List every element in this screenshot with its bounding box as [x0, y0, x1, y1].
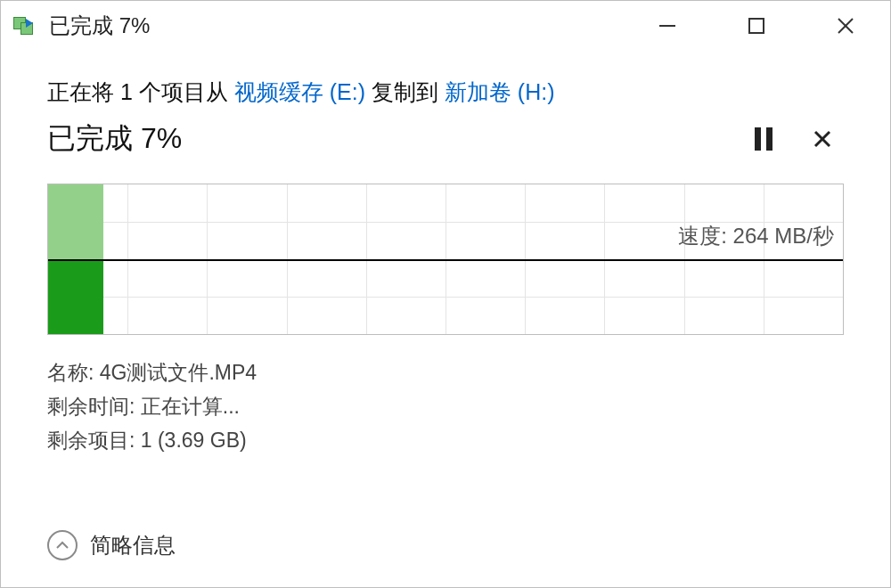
titlebar: 已完成 7%: [1, 1, 890, 51]
maximize-button[interactable]: [712, 1, 801, 51]
progress-row: 已完成 7%: [47, 118, 844, 160]
copy-description: 正在将 1 个项目从 视频缓存 (E:) 复制到 新加卷 (H:): [47, 78, 844, 107]
detail-items-label: 剩余项目:: [47, 429, 141, 452]
close-window-button[interactable]: [801, 1, 890, 51]
chevron-up-icon: [55, 538, 69, 552]
copy-dialog-window: 已完成 7% 正在将 1 个项目从 视频缓存 (E:) 复制到 新加卷 (H:)…: [0, 0, 891, 588]
dialog-body: 正在将 1 个项目从 视频缓存 (E:) 复制到 新加卷 (H:) 已完成 7%: [1, 51, 890, 519]
detail-time-row: 剩余时间: 正在计算...: [47, 390, 844, 424]
detail-items-value: 1 (3.69 GB): [141, 429, 247, 452]
detail-time-label: 剩余时间:: [47, 395, 141, 418]
details-block: 名称: 4G测试文件.MP4 剩余时间: 正在计算... 剩余项目: 1 (3.…: [47, 356, 844, 458]
copy-prefix: 正在将 1 个项目从: [47, 79, 234, 104]
close-icon: [813, 129, 832, 149]
graph-fill-upper: [48, 184, 103, 259]
progress-label: 已完成 7%: [47, 119, 726, 159]
detail-items-row: 剩余项目: 1 (3.69 GB): [47, 424, 844, 458]
pause-icon: [755, 127, 761, 151]
dest-link[interactable]: 新加卷 (H:): [445, 79, 555, 104]
pause-icon: [766, 127, 772, 151]
window-controls: [623, 1, 890, 51]
pause-button[interactable]: [742, 118, 785, 160]
collapse-label[interactable]: 简略信息: [90, 531, 176, 559]
source-link[interactable]: 视频缓存 (E:): [234, 79, 365, 104]
footer: 简略信息: [1, 519, 890, 587]
graph-speed-line: [48, 259, 843, 261]
minimize-button[interactable]: [623, 1, 712, 51]
svg-rect-1: [749, 19, 764, 33]
window-title: 已完成 7%: [49, 12, 623, 40]
copy-middle: 复制到: [365, 79, 445, 104]
detail-name-row: 名称: 4G测试文件.MP4: [47, 356, 844, 390]
speed-label: 速度: 264 MB/秒: [678, 222, 834, 250]
detail-name-value: 4G测试文件.MP4: [100, 361, 257, 384]
speed-graph: 速度: 264 MB/秒: [47, 184, 844, 335]
detail-time-value: 正在计算...: [141, 395, 240, 418]
detail-name-label: 名称:: [47, 361, 100, 384]
copy-icon: [13, 17, 38, 35]
cancel-button[interactable]: [801, 118, 844, 160]
graph-fill-lower: [48, 259, 103, 334]
collapse-toggle[interactable]: [47, 530, 78, 560]
